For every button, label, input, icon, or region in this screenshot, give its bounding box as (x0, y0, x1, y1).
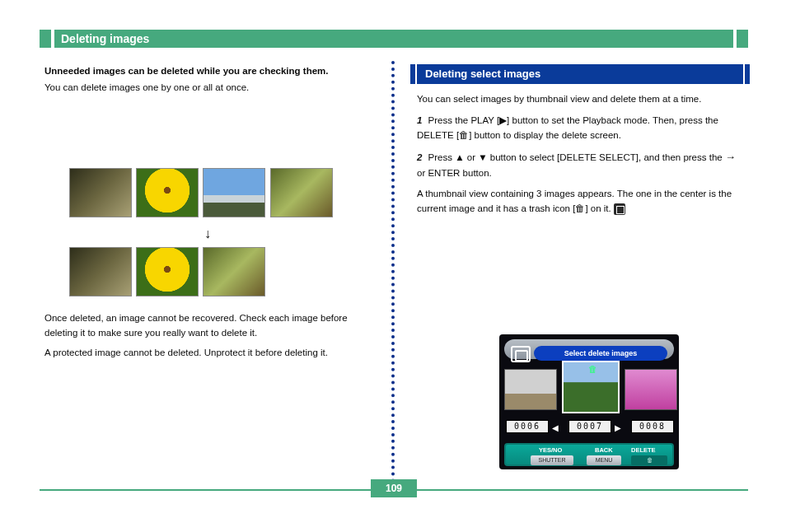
left-intro-heading: Unneeded images can be deleted while you… (44, 64, 374, 79)
step-2b: and then press the (643, 152, 724, 162)
step-2: 2 Press ▲ or ▼ button to select [DELETE … (417, 149, 743, 180)
playback-mode-icon (511, 346, 531, 362)
step-2a: Press ▲ or ▼ button to select [DELETE SE… (428, 152, 644, 162)
delete-button[interactable]: 🗑 (631, 455, 667, 465)
menu-button[interactable]: MENU (587, 455, 621, 465)
frame-counter: 0006 (506, 420, 549, 433)
left-warning: Once deleted, an image cannot be recover… (44, 311, 374, 341)
thumb-row-before (69, 168, 335, 217)
camera-lcd: Select delete images 🗑 0006 ◀ 0007 ▶ 000… (499, 334, 679, 469)
arrow-down-icon: ↓ (204, 224, 211, 245)
arrow-right-icon: → (725, 151, 736, 163)
left-note: A protected image cannot be deleted. Unp… (44, 346, 374, 361)
section-heading: Deleting select images (417, 64, 743, 84)
nav-left-icon: ◀ (552, 422, 559, 435)
trash-marker-icon: 🗑 (588, 362, 597, 376)
left-intro-body: You can delete images one by one or all … (44, 81, 374, 96)
lcd-action-bar: YES/NO BACK DELETE SHUTTER MENU 🗑 (504, 443, 674, 466)
label-delete: DELETE (631, 446, 656, 455)
frame-counter: 0007 (568, 420, 611, 433)
thumb-dragonfly (270, 168, 333, 217)
step-1-text: Press the PLAY [▶] button to set the Pla… (417, 115, 718, 140)
thumb-flower (136, 168, 199, 217)
step-number: 1 (417, 114, 422, 128)
thumb-row-after (69, 247, 267, 296)
page-title: Deleting images (54, 30, 733, 48)
lcd-thumb-left (504, 369, 557, 410)
page-number: 109 (371, 479, 417, 497)
label-back: BACK (595, 446, 613, 455)
right-lead: You can select images by thumbnail view … (417, 92, 743, 107)
lcd-header: Select delete images (534, 346, 667, 361)
thumb-cat (69, 168, 132, 217)
thumb-flower (136, 247, 199, 296)
thumb-mountain (203, 168, 265, 217)
thumb-dragonfly (203, 247, 265, 296)
step-number: 2 (417, 151, 422, 166)
column-divider (391, 61, 395, 489)
shutter-button[interactable]: SHUTTER (531, 455, 573, 465)
step-1: 1 Press the PLAY [▶] button to set the P… (417, 114, 743, 143)
step-2-trail: A thumbnail view containing 3 images app… (417, 187, 743, 217)
lcd-thumb-right (625, 369, 677, 410)
step-2c: or ENTER button. (417, 168, 492, 178)
frame-counter: 0008 (631, 420, 674, 433)
label-yesno: YES/NO (539, 446, 562, 455)
trash-icon (614, 203, 625, 215)
nav-right-icon: ▶ (615, 422, 621, 435)
thumb-cat (69, 247, 132, 296)
